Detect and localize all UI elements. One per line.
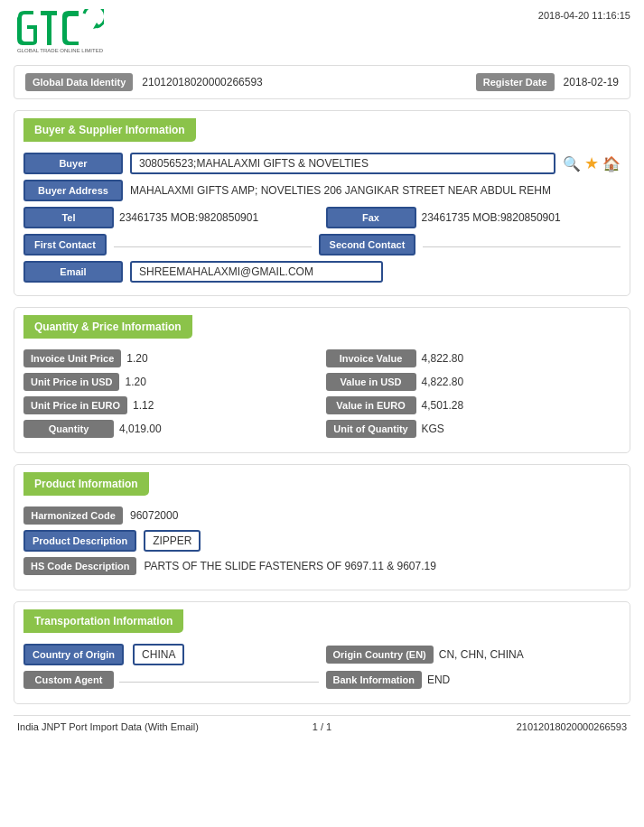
bank-information-col: Bank Information END: [326, 671, 621, 689]
invoice-row: Invoice Unit Price 1.20 Invoice Value 4,…: [23, 349, 621, 367]
custom-agent-value: [119, 678, 319, 683]
product-info-body: Harmonized Code 96072000 Product Descrip…: [14, 501, 630, 590]
product-info-section: Product Information Harmonized Code 9607…: [14, 464, 630, 590]
quantity-price-body: Invoice Unit Price 1.20 Invoice Value 4,…: [14, 344, 630, 452]
unit-of-quantity-label: Unit of Quantity: [326, 420, 416, 438]
invoice-value-label: Invoice Value: [326, 349, 416, 367]
global-data-identity-value: 21012018020000266593: [142, 76, 466, 88]
origin-country-en-col: Origin Country (EN) CN, CHN, CHINA: [326, 646, 621, 664]
timestamp: 2018-04-20 11:16:15: [538, 9, 630, 22]
buyer-row: Buyer 308056523;MAHALAXMI GIFTS & NOVELT…: [23, 153, 621, 174]
bank-information-value: END: [427, 672, 621, 688]
page-footer: India JNPT Port Import Data (With Email)…: [14, 715, 630, 738]
value-euro-value: 4,501.28: [422, 397, 621, 414]
value-euro-label: Value in EURO: [326, 396, 416, 414]
invoice-unit-price-value: 1.20: [126, 350, 318, 367]
hs-code-description-label: HS Code Description: [23, 557, 136, 575]
invoice-value-value: 4,822.80: [422, 350, 621, 367]
email-row: Email SHREEMAHALAXMI@GMAIL.COM: [23, 261, 621, 283]
buyer-supplier-body: Buyer 308056523;MAHALAXMI GIFTS & NOVELT…: [14, 147, 630, 295]
invoice-unit-price-label: Invoice Unit Price: [23, 349, 121, 367]
quantity-col: Quantity 4,019.00: [23, 420, 319, 438]
top-info-bar: Global Data Identity 2101201802000026659…: [14, 65, 630, 99]
transportation-section: Transportation Information Country of Or…: [14, 601, 630, 704]
global-data-identity-label: Global Data Identity: [25, 73, 133, 91]
bank-information-label: Bank Information: [326, 671, 422, 689]
value-usd-value: 4,822.80: [422, 374, 621, 390]
logo-area: GLOBAL TRADE ONLINE LIMITED: [14, 9, 104, 54]
svg-rect-2: [47, 11, 51, 45]
header: GLOBAL TRADE ONLINE LIMITED 2018-04-20 1…: [14, 9, 630, 54]
tel-value: 23461735 MOB:9820850901: [119, 209, 319, 226]
invoice-value-col: Invoice Value 4,822.80: [326, 349, 621, 367]
harmonized-code-row: Harmonized Code 96072000: [23, 506, 621, 525]
tel-label: Tel: [23, 207, 114, 228]
country-of-origin-col: Country of Origin CHINA: [23, 644, 319, 665]
hs-code-description-row: HS Code Description PARTS OF THE SLIDE F…: [23, 557, 621, 575]
buyer-supplier-section: Buyer & Supplier Information Buyer 30805…: [14, 110, 630, 296]
unit-of-quantity-value: KGS: [422, 421, 621, 437]
origin-country-en-label: Origin Country (EN): [326, 646, 434, 664]
svg-text:GLOBAL TRADE ONLINE LIMITED: GLOBAL TRADE ONLINE LIMITED: [17, 48, 104, 53]
tel-col: Tel 23461735 MOB:9820850901: [23, 207, 319, 228]
custom-bank-row: Custom Agent Bank Information END: [23, 671, 621, 689]
custom-agent-label: Custom Agent: [23, 671, 114, 689]
footer-pagination: 1 / 1: [220, 721, 424, 732]
email-label: Email: [23, 261, 123, 283]
quantity-value: 4,019.00: [119, 421, 319, 437]
register-date-label: Register Date: [476, 73, 555, 91]
second-contact-button[interactable]: Second Contact: [319, 234, 416, 256]
quantity-price-section: Quantity & Price Information Invoice Uni…: [14, 307, 630, 453]
unit-price-euro-col: Unit Price in EURO 1.12: [23, 396, 319, 414]
product-description-row: Product Description ZIPPER: [23, 530, 621, 552]
buyer-address-label: Buyer Address: [23, 180, 123, 201]
product-info-header: Product Information: [23, 472, 149, 496]
transportation-body: Country of Origin CHINA Origin Country (…: [14, 638, 630, 703]
second-contact-value: [423, 243, 621, 247]
product-description-label: Product Description: [23, 530, 136, 552]
contact-row: First Contact Second Contact: [23, 234, 621, 256]
gtc-logo: GLOBAL TRADE ONLINE LIMITED: [14, 9, 104, 54]
buyer-label: Buyer: [23, 153, 123, 174]
unit-price-usd-value: 1.20: [125, 374, 318, 390]
star-icon[interactable]: ★: [584, 153, 599, 173]
buyer-icons: 🔍 ★ 🏠: [563, 153, 621, 173]
fax-col: Fax 23461735 MOB:9820850901: [326, 207, 621, 228]
value-euro-col: Value in EURO 4,501.28: [326, 396, 621, 414]
email-value: SHREEMAHALAXMI@GMAIL.COM: [130, 261, 383, 283]
origin-country-en-value: CN, CHN, CHINA: [439, 646, 621, 663]
buyer-address-row: Buyer Address MAHALAXMI GIFTS AMP; NOVEL…: [23, 180, 621, 201]
country-of-origin-label: Country of Origin: [23, 644, 124, 665]
tel-fax-row: Tel 23461735 MOB:9820850901 Fax 23461735…: [23, 207, 621, 228]
footer-right-text: 21012018020000266593: [424, 721, 627, 732]
first-contact-button[interactable]: First Contact: [23, 234, 107, 256]
country-origin-row: Country of Origin CHINA Origin Country (…: [23, 644, 621, 665]
unit-price-usd-col: Unit Price in USD 1.20: [23, 373, 319, 391]
search-icon[interactable]: 🔍: [563, 155, 581, 172]
euro-row: Unit Price in EURO 1.12 Value in EURO 4,…: [23, 396, 621, 414]
product-description-value: ZIPPER: [144, 530, 201, 552]
register-date-value: 2018-02-19: [564, 76, 619, 88]
unit-price-usd-label: Unit Price in USD: [23, 373, 119, 391]
harmonized-code-value: 96072000: [130, 507, 621, 524]
transportation-header: Transportation Information: [23, 609, 183, 633]
unit-price-euro-value: 1.12: [133, 397, 318, 414]
value-usd-label: Value in USD: [326, 373, 416, 391]
unit-of-quantity-col: Unit of Quantity KGS: [326, 420, 621, 438]
unit-price-euro-label: Unit Price in EURO: [23, 396, 127, 414]
fax-value: 23461735 MOB:9820850901: [422, 209, 621, 226]
custom-agent-col: Custom Agent: [23, 671, 319, 689]
quantity-label: Quantity: [23, 420, 114, 438]
footer-left-text: India JNPT Port Import Data (With Email): [17, 721, 220, 732]
country-of-origin-value: CHINA: [133, 644, 184, 665]
invoice-unit-price-col: Invoice Unit Price 1.20: [23, 349, 319, 367]
buyer-supplier-header: Buyer & Supplier Information: [23, 118, 196, 142]
quantity-row: Quantity 4,019.00 Unit of Quantity KGS: [23, 420, 621, 438]
buyer-value: 308056523;MAHALAXMI GIFTS & NOVELTIES: [130, 153, 555, 174]
home-icon[interactable]: 🏠: [602, 155, 621, 172]
value-usd-col: Value in USD 4,822.80: [326, 373, 621, 391]
hs-code-description-value: PARTS OF THE SLIDE FASTENERS OF 9697.11 …: [144, 558, 621, 574]
quantity-price-header: Quantity & Price Information: [23, 315, 192, 339]
buyer-address-value: MAHALAXMI GIFTS AMP; NOVELTIES 206 JANGI…: [130, 182, 621, 199]
first-contact-value: [114, 243, 312, 247]
